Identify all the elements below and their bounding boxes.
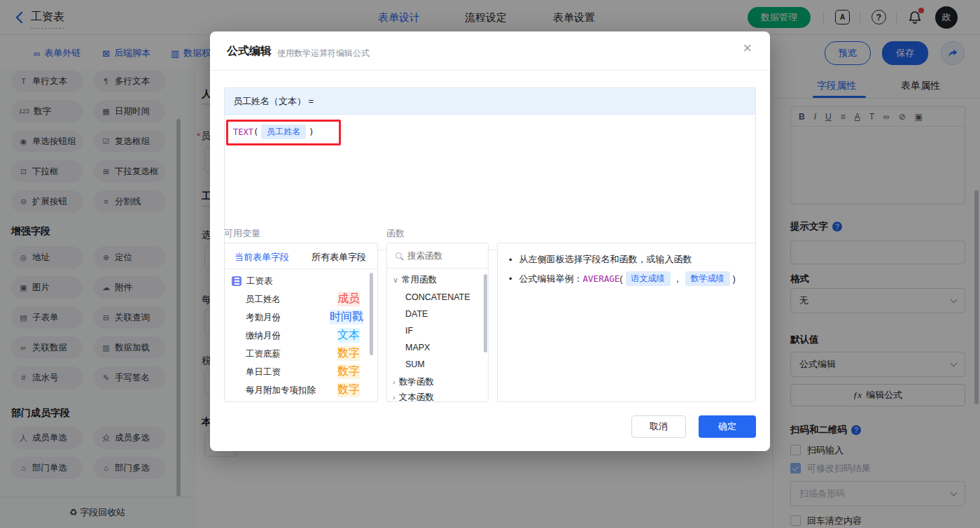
formula-editor-area: 员工姓名（文本） = TEXT ( 员工姓名 ) bbox=[224, 87, 756, 250]
function-item[interactable]: SUM bbox=[405, 359, 425, 369]
paren-token: ( bbox=[620, 273, 622, 284]
group-label: 数学函数 bbox=[399, 377, 434, 387]
function-item[interactable]: IF bbox=[405, 326, 413, 336]
form-doc-icon bbox=[232, 276, 241, 286]
field-type-tag: 时间戳 bbox=[330, 310, 363, 324]
function-item[interactable]: CONCATENATE bbox=[405, 292, 470, 302]
variable-name: 每月附加专项扣除 bbox=[246, 385, 316, 397]
divider bbox=[225, 269, 377, 269]
variable-name: 工资底薪 bbox=[246, 348, 281, 360]
chevron-open-icon: ∨ bbox=[393, 276, 398, 284]
variable-row[interactable]: 考勤月份 bbox=[246, 309, 281, 326]
app-root: 工资表 表单设计 流程设定 表单设置 数据管理 A ? 政 ∞ 表单外链 ⊠ 后… bbox=[0, 0, 980, 528]
function-search-input[interactable] bbox=[407, 251, 470, 261]
paren-token: ) bbox=[733, 273, 736, 284]
variables-panel: 当前表单字段 所有表单字段 工资表 员工姓名 成员 考勤月份 时间戳 缴纳月份 … bbox=[224, 243, 378, 402]
group-label: 文本函数 bbox=[399, 392, 434, 402]
formula-target: 员工姓名（文本） = bbox=[225, 88, 755, 115]
function-search-box[interactable] bbox=[387, 243, 488, 269]
variables-scrollbar-thumb[interactable] bbox=[370, 273, 373, 355]
field-type-tag: 数字 bbox=[337, 383, 360, 397]
annotation-box bbox=[226, 120, 341, 145]
variable-name: 考勤月份 bbox=[246, 312, 281, 324]
function-item[interactable]: DATE bbox=[405, 309, 428, 319]
help-tip: 从左侧面板选择字段名和函数，或输入函数 bbox=[509, 253, 692, 266]
formula-editor-modal: 公式编辑 使用数学运算符编辑公式 × 员工姓名（文本） = TEXT ( 员工姓… bbox=[210, 31, 770, 451]
functions-section-label: 函数 bbox=[386, 227, 405, 240]
function-group-common[interactable]: ∨常用函数 bbox=[393, 274, 437, 286]
variable-row[interactable]: 缴纳月份 bbox=[246, 327, 281, 344]
variables-section-label: 可用变量 bbox=[224, 227, 260, 240]
variable-row[interactable]: 每月附加专项扣除 bbox=[246, 382, 316, 399]
example-function: AVERAGE bbox=[583, 273, 620, 284]
variable-name: 缴纳月份 bbox=[246, 330, 281, 342]
chevron-closed-icon: › bbox=[393, 393, 396, 401]
divider bbox=[210, 70, 770, 71]
function-item[interactable]: MAPX bbox=[405, 343, 430, 352]
tab-all-form-fields[interactable]: 所有表单字段 bbox=[312, 251, 366, 264]
chevron-closed-icon: › bbox=[393, 378, 396, 386]
field-type-tag: 文本 bbox=[337, 328, 360, 343]
confirm-button[interactable]: 确定 bbox=[699, 415, 756, 438]
form-tree-root[interactable]: 工资表 bbox=[232, 273, 273, 290]
function-group-text[interactable]: ›文本函数 bbox=[393, 392, 434, 402]
modal-title: 公式编辑 bbox=[227, 44, 272, 59]
variable-row[interactable]: 员工姓名 bbox=[246, 291, 281, 308]
form-name: 工资表 bbox=[246, 276, 273, 287]
field-type-tag: 数字 bbox=[337, 346, 360, 361]
comma-token: ， bbox=[673, 273, 682, 285]
field-type-tag: 成员 bbox=[337, 292, 360, 306]
field-type-tag: 数字 bbox=[337, 364, 360, 379]
tab-current-form-fields[interactable]: 当前表单字段 bbox=[234, 251, 289, 264]
variable-row[interactable]: 单日工资 bbox=[246, 364, 281, 380]
example-chip: 数学成绩 bbox=[685, 271, 730, 286]
variable-row[interactable]: 工资底薪 bbox=[246, 345, 281, 362]
help-example: 公式编辑举例： AVERAGE ( 语文成绩 ， 数学成绩 ) bbox=[509, 271, 736, 286]
function-group-math[interactable]: ›数学函数 bbox=[393, 376, 434, 388]
example-chip: 语文成绩 bbox=[626, 271, 671, 286]
variable-name: 单日工资 bbox=[246, 366, 281, 378]
group-label: 常用函数 bbox=[402, 275, 437, 285]
functions-scrollbar-thumb[interactable] bbox=[484, 274, 487, 352]
formula-help-panel: 从左侧面板选择字段名和函数，或输入函数 公式编辑举例： AVERAGE ( 语文… bbox=[497, 243, 756, 402]
variable-name: 员工姓名 bbox=[246, 294, 281, 306]
cancel-button[interactable]: 取消 bbox=[631, 415, 686, 438]
functions-panel: ∨常用函数 CONCATENATE DATE IF MAPX SUM ›数学函数… bbox=[386, 243, 489, 402]
close-icon[interactable]: × bbox=[743, 41, 752, 56]
search-icon bbox=[396, 252, 402, 259]
example-prefix: 公式编辑举例： bbox=[519, 273, 583, 285]
modal-subtitle: 使用数学运算符编辑公式 bbox=[277, 48, 370, 59]
